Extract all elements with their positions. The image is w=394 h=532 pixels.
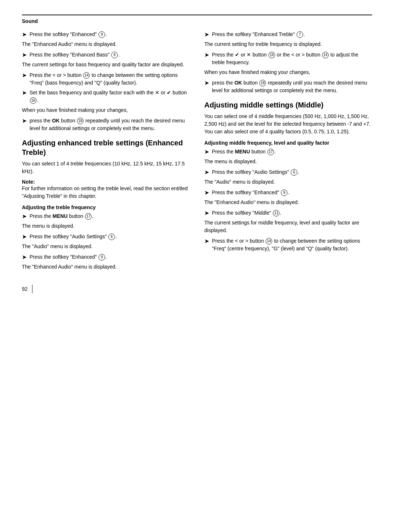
- para-treble-current: The current setting for treble frequency…: [204, 40, 372, 48]
- arrow-icon-r2: ➤: [204, 51, 209, 58]
- arrow-icon-r6: ➤: [204, 189, 209, 196]
- bullet-audio-settings-1-text: Press the softkey "Audio Settings" 6.: [30, 233, 117, 240]
- circle-17b: 17: [267, 149, 274, 155]
- note-block: Note: For further information on setting…: [22, 179, 190, 200]
- arrow-icon-5: ➤: [22, 117, 27, 124]
- circle-17a: 17: [85, 213, 92, 220]
- bullet-menu-r1-text: Press the MENU button 17.: [212, 148, 276, 156]
- bullet-audio-settings-r: ➤ Press the softkey "Audio Settings" 6.: [204, 168, 372, 176]
- bullet-audio-settings-r-text: Press the softkey "Audio Settings" 6.: [212, 168, 299, 176]
- bullet-enhanced-bass: ➤ Press the softkey "Enhanced Bass" 6.: [22, 51, 190, 59]
- arrow-icon-r7: ➤: [204, 210, 209, 216]
- bullet-change-freq-text: Press the < or > button 14 to change bet…: [30, 71, 190, 87]
- bullet-change-freq: ➤ Press the < or > button 14 to change b…: [22, 71, 190, 87]
- bullet-ok-r-text: press the OK button 18 repeatedly until …: [212, 79, 372, 94]
- header-title: Sound: [22, 18, 38, 24]
- bullet-menu-1-text: Press the MENU button 17.: [30, 212, 93, 220]
- sub-heading-middle-freq: Adjusting middle frequency, level and qu…: [204, 140, 372, 146]
- circle-6c: 6: [291, 169, 297, 176]
- bullet-ok-1-text: press the OK button 18 repeatedly until …: [30, 117, 190, 132]
- bullet-enhanced-bass-text: Press the softkey "Enhanced Bass" 6.: [30, 51, 120, 59]
- arrow-icon-r8: ➤: [204, 238, 209, 245]
- circle-6a: 6: [111, 52, 118, 58]
- bullet-audio-settings-1: ➤ Press the softkey "Audio Settings" 6.: [22, 233, 190, 240]
- bullet-enhanced-r-text: Press the softkey "Enhanced" 9.: [212, 189, 289, 196]
- circle-18b: 18: [259, 80, 266, 86]
- arrow-icon-8: ➤: [22, 254, 27, 261]
- para-enhanced-audio-r: The "Enhanced Audio" menu is displayed.: [204, 199, 372, 206]
- circle-14b: 14: [322, 52, 329, 58]
- page-footer: 92: [22, 285, 372, 293]
- note-label: Note:: [22, 179, 35, 185]
- arrow-icon-7: ➤: [22, 233, 27, 240]
- para-enhanced-audio: The "Enhanced Audio" menu is displayed.: [22, 40, 190, 48]
- bullet-ok-r: ➤ press the OK button 18 repeatedly unti…: [204, 79, 372, 94]
- para-when-done-r: When you have finished making your chang…: [204, 69, 372, 76]
- arrow-icon-r1: ➤: [204, 31, 209, 38]
- arrow-icon-4: ➤: [22, 89, 27, 96]
- bullet-middle-text: Press the softkey "Middle" 11.: [212, 209, 281, 217]
- sub-heading-treble-freq: Adjusting the treble frequency: [22, 204, 190, 210]
- bullet-enhanced-r: ➤ Press the softkey "Enhanced" 9.: [204, 189, 372, 196]
- para-menu-displayed-r: The menu is displayed.: [204, 158, 372, 165]
- bullet-menu-1: ➤ Press the MENU button 17.: [22, 212, 190, 220]
- arrow-icon-r3: ➤: [204, 79, 209, 86]
- circle-18a: 18: [77, 118, 84, 124]
- bullet-enhanced-2: ➤ Press the softkey "Enhanced" 9.: [22, 253, 190, 261]
- bullet-middle-change-text: Press the < or > button 14 to change bet…: [212, 237, 372, 253]
- arrow-icon: ➤: [22, 31, 27, 38]
- para-middle-intro: You can select one of 4 middle frequenci…: [204, 113, 372, 136]
- circle-14c: 14: [266, 238, 272, 245]
- para-audio-menu-1: The "Audio" menu is displayed.: [22, 243, 190, 250]
- note-text: For further information on setting the t…: [22, 185, 190, 200]
- bullet-set-bass-text: Set the bass frequency and quality facto…: [30, 89, 190, 104]
- page-number: 92: [22, 286, 28, 292]
- bullet-adjust-treble-text: Press the ✔ or ✕ button 16 or the < or >…: [212, 51, 372, 66]
- bullet-enhanced-treble: ➤ Press the softkey "Enhanced Treble" 7.: [204, 31, 372, 38]
- arrow-icon-r5: ➤: [204, 169, 209, 176]
- bullet-menu-r1: ➤ Press the MENU button 17.: [204, 148, 372, 156]
- footer-divider: [32, 285, 32, 293]
- circle-9b: 9: [98, 254, 105, 261]
- section-heading-middle: Adjusting middle settings (Middle): [204, 100, 372, 110]
- section-heading-treble: Adjusting enhanced treble settings (Enha…: [22, 138, 190, 157]
- circle-9c: 9: [281, 189, 287, 196]
- circle-11: 11: [273, 210, 279, 216]
- para-treble-intro: You can select 1 of 4 treble frequencies…: [22, 160, 190, 175]
- circle-14a: 14: [83, 72, 90, 79]
- bullet-enhanced: ➤ Press the softkey "Enhanced" 9.: [22, 31, 190, 38]
- arrow-icon-2: ➤: [22, 51, 27, 58]
- circle-16b: 16: [269, 52, 275, 58]
- para-audio-menu-r: The "Audio" menu is displayed.: [204, 178, 372, 186]
- arrow-icon-3: ➤: [22, 72, 27, 79]
- bullet-adjust-treble: ➤ Press the ✔ or ✕ button 16 or the < or…: [204, 51, 372, 66]
- para-menu-displayed-1: The menu is displayed.: [22, 222, 190, 230]
- circle-6b: 6: [108, 234, 115, 240]
- main-content: ➤ Press the softkey "Enhanced" 9. The "E…: [22, 31, 372, 274]
- arrow-icon-6: ➤: [22, 213, 27, 220]
- bullet-enhanced-treble-text: Press the softkey "Enhanced Treble" 7.: [212, 31, 305, 38]
- bullet-middle-change: ➤ Press the < or > button 14 to change b…: [204, 237, 372, 253]
- bullet-enhanced-text: Press the softkey "Enhanced" 9.: [30, 31, 107, 38]
- bullet-middle: ➤ Press the softkey "Middle" 11.: [204, 209, 372, 217]
- header-section: Sound: [22, 15, 372, 24]
- para-middle-current: The current settings for middle frequenc…: [204, 219, 372, 234]
- para-enhanced-audio-2: The "Enhanced Audio" menu is displayed.: [22, 263, 190, 271]
- para-bass-settings: The current settings for bass frequency …: [22, 61, 190, 69]
- bullet-ok-1: ➤ press the OK button 18 repeatedly unti…: [22, 117, 190, 132]
- bullet-set-bass: ➤ Set the bass frequency and quality fac…: [22, 89, 190, 104]
- para-when-done: When you have finished making your chang…: [22, 106, 190, 114]
- circle-16a: 16: [30, 97, 36, 104]
- right-column: ➤ Press the softkey "Enhanced Treble" 7.…: [204, 31, 372, 274]
- bullet-enhanced-2-text: Press the softkey "Enhanced" 9.: [30, 253, 107, 261]
- circle-7: 7: [297, 31, 303, 38]
- arrow-icon-r4: ➤: [204, 148, 209, 155]
- left-column: ➤ Press the softkey "Enhanced" 9. The "E…: [22, 31, 190, 274]
- circle-9: 9: [98, 31, 105, 38]
